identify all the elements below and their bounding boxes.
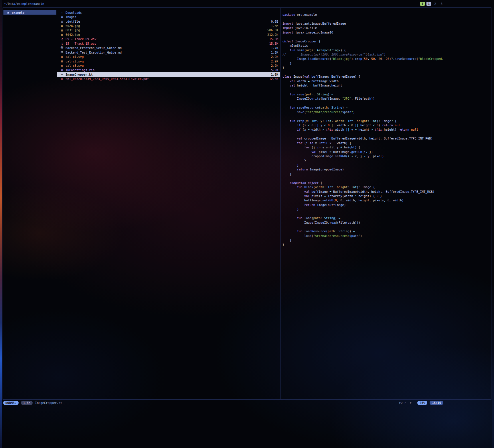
tab-1[interactable]: 1 — [426, 2, 431, 6]
markdown-icon: Ⓜ — [60, 50, 64, 54]
file-size: 1.3K — [269, 51, 278, 54]
file-row[interactable]: ▧cal-c3.svg2.9K — [57, 63, 280, 68]
file-row[interactable]: ▤.dotfile0.0B — [57, 19, 280, 23]
code-line: for (j in y until y + height) { — [282, 146, 491, 150]
code-line: Image.loadResource("black.jpg").crop(50,… — [282, 57, 491, 61]
audio-icon: ♫ — [60, 38, 64, 41]
code-line: croppedImage.setRGB(i - x, j - y, pixel) — [282, 154, 491, 159]
code-line — [282, 17, 491, 21]
code-line: import java.awt.image.BufferedImage — [282, 22, 491, 26]
code-line: buffImage.setRGB(0, 0, width, height, pi… — [282, 199, 491, 203]
file-row[interactable]: ▥SBI_0032013739_2023_DE05_0003155631Invo… — [57, 77, 280, 81]
code-line: } — [282, 243, 491, 247]
terminal-window: ~/Data/example/example 1123 ▣example ⇩Do… — [2, 0, 492, 448]
tab-bar: 1123 — [418, 2, 490, 6]
code-line: import java.io.File — [282, 26, 491, 30]
image-icon: ▦ — [60, 33, 64, 36]
code-line: } — [282, 163, 491, 168]
file-row[interactable]: ⓂBackend_Test_Execution_Guide.md1.3K — [57, 50, 280, 54]
file-size-badge: 1.6K — [21, 401, 33, 405]
code-line: if (x + width > this.width || y + height… — [282, 128, 491, 132]
file-row[interactable]: ▦0031.jpg586.3K — [57, 28, 280, 32]
code-line: ImageIO.write(buffImage, "JPG", File(pat… — [282, 97, 491, 101]
code-line — [282, 88, 491, 92]
code-line — [282, 101, 491, 106]
file-row[interactable]: ▧cal-c1.svg2.9K — [57, 54, 280, 59]
file-name: Backend_Test_Execution_Guide.md — [66, 51, 122, 54]
file-name: .dotfile — [66, 20, 80, 23]
file-size: 586.3K — [265, 28, 278, 32]
file-size: 15.3M — [267, 42, 278, 45]
file-name: cal-c3.svg — [66, 64, 84, 67]
code-line: val croppedImage = BufferedImage(width, … — [282, 137, 491, 141]
file-row[interactable]: ◈ImageCropper.kt1.6K — [57, 72, 280, 76]
file-row[interactable]: ⇩Downloads — [57, 10, 280, 15]
downloads-icon: ⇩ — [60, 11, 64, 14]
file-size: 15.3M — [267, 37, 278, 41]
file-size: 1.3M — [269, 24, 278, 27]
code-line: save("src/main/resources/$path") — [282, 110, 491, 115]
tab-1[interactable]: 1 — [420, 2, 425, 6]
file-name: Images — [66, 15, 76, 19]
archive-icon: ▨ — [60, 68, 64, 72]
code-line: } — [282, 207, 491, 212]
code-line: return Image(buffImage) — [282, 203, 491, 207]
code-line: @JvmStatic — [282, 44, 491, 48]
code-line — [282, 132, 491, 137]
file-size: 1.7K — [269, 46, 278, 50]
file-size: 5.2K — [269, 68, 278, 72]
code-line: val pixel = buffImage.getRGB(i, j) — [282, 150, 491, 154]
code-line: fun crop(x: Int, y: Int, width: Int, hei… — [282, 119, 491, 123]
vector-icon: ▧ — [60, 64, 64, 67]
file-name: ImageCropper.kt — [66, 73, 93, 76]
code-line — [282, 212, 491, 216]
dir-name: example — [12, 11, 24, 14]
code-line: fun black(width: Int, height: Int): Imag… — [282, 185, 491, 190]
parent-pane: ▣example — [3, 8, 57, 399]
code-line: for (i in x until x + width) { — [282, 141, 491, 146]
file-name: 0042.jpg — [66, 33, 80, 36]
code-line: Image(ImageIO.read(File(path))) — [282, 221, 491, 225]
file-row[interactable]: ▧cal-c2.svg2.9K — [57, 59, 280, 63]
code-line: fun save(path: String) = — [282, 93, 491, 97]
file-name: SBI_0032013739_2023_DE05_0003155631Invoi… — [66, 77, 149, 80]
code-line: load("src/main/resources/$path") — [282, 234, 491, 238]
file-row[interactable]: ⓂBackend_Frontend_Setup_Guide.md1.7K — [57, 46, 280, 50]
code-line: companion object { — [282, 181, 491, 185]
file-row[interactable]: ♫15 - Track 15.wav15.3M — [57, 41, 280, 46]
code-line: val buffImage = BufferedImage(width, hei… — [282, 190, 491, 194]
code-line: import javax.imageio.ImageIO — [282, 31, 491, 35]
status-filename: ImageCropper.kt — [35, 401, 62, 404]
preview-pane: package org.exampleimport java.awt.image… — [280, 8, 491, 399]
file-size: 12.5K — [267, 77, 278, 80]
code-line: val height = buffImage.height — [282, 84, 491, 88]
file-row[interactable]: ▦0028.jpg1.3M — [57, 23, 280, 28]
parent-item-example[interactable]: ▣example — [3, 10, 56, 15]
code-line: fun loadResource(path: String) = — [282, 229, 491, 234]
code-line: val width = buffImage.width — [282, 79, 491, 84]
file-row[interactable]: ▨IDEAsettings.zip5.2K — [57, 68, 280, 72]
status-left: NORMAL 1.6K ImageCropper.kt — [3, 401, 62, 405]
code-line — [282, 225, 491, 229]
file-size: 2.9K — [269, 55, 278, 58]
code-line: } — [282, 238, 491, 243]
code-line: } — [282, 159, 491, 163]
scroll-percent-badge: 93% — [417, 401, 427, 405]
main-area: ▣example ⇩Downloads▣Images▤.dotfile0.0B▦… — [3, 7, 491, 400]
status-bar: NORMAL 1.6K ImageCropper.kt -rw-r--r-- 9… — [2, 400, 492, 405]
tab-2[interactable]: 2 — [433, 2, 437, 6]
terminal-empty-area — [2, 405, 492, 448]
code-line — [282, 70, 491, 75]
code-line: } — [282, 66, 491, 70]
file-row[interactable]: ♫09 - Track 09.wav15.3M — [57, 37, 280, 41]
file-name: 09 - Track 09.wav — [66, 37, 96, 41]
file-row[interactable]: ▦0042.jpg212.9K — [57, 32, 280, 37]
file-name: 15 - Track 15.wav — [66, 42, 96, 45]
code-line: // Image.black(100, 100).saveResource("b… — [282, 53, 491, 57]
code-preview: package org.exampleimport java.awt.image… — [280, 10, 491, 247]
image-icon: ▦ — [60, 24, 64, 27]
markdown-icon: Ⓜ — [60, 46, 64, 50]
tab-3[interactable]: 3 — [439, 2, 444, 6]
file-icon: ▤ — [60, 20, 64, 23]
file-row[interactable]: ▣Images — [57, 15, 280, 19]
